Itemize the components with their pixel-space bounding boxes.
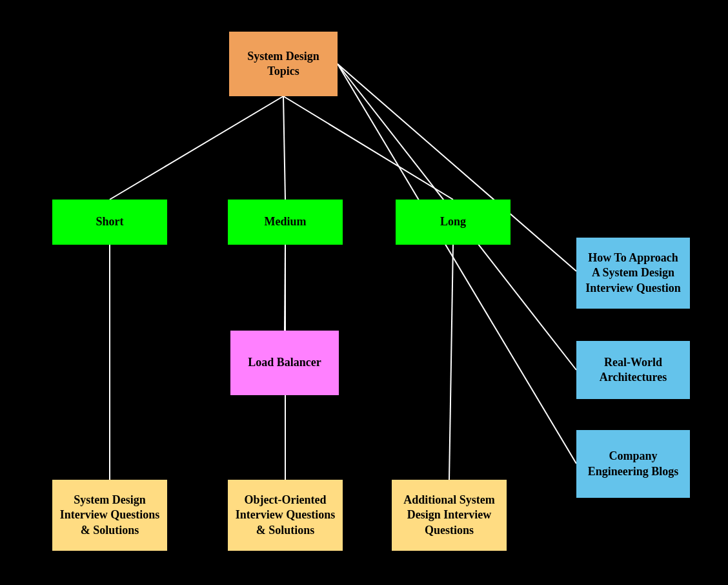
load-balancer-label: Load Balancer — [248, 355, 321, 370]
sd-interview-questions-label: System Design Interview Questions & Solu… — [59, 493, 161, 538]
medium-node[interactable]: Medium — [228, 200, 343, 245]
how-to-approach-label: How To Approach A System Design Intervie… — [583, 251, 683, 296]
svg-line-4 — [285, 245, 285, 331]
company-blogs-label: Company Engineering Blogs — [583, 449, 683, 479]
short-label: Short — [96, 214, 123, 229]
svg-line-2 — [283, 96, 453, 200]
svg-line-6 — [338, 64, 576, 464]
additional-sd-questions-node[interactable]: Additional System Design Interview Quest… — [392, 480, 507, 551]
system-design-topics-node[interactable]: System Design Topics — [229, 32, 338, 96]
oo-interview-questions-label: Object-Oriented Interview Questions & So… — [234, 493, 336, 538]
long-node[interactable]: Long — [396, 200, 511, 245]
long-label: Long — [440, 214, 466, 229]
system-design-topics-label: System Design Topics — [236, 49, 331, 79]
short-node[interactable]: Short — [52, 200, 167, 245]
sd-interview-questions-node[interactable]: System Design Interview Questions & Solu… — [52, 480, 167, 551]
load-balancer-node[interactable]: Load Balancer — [230, 331, 339, 395]
real-world-node[interactable]: Real-World Architectures — [576, 341, 690, 399]
svg-line-1 — [283, 96, 285, 200]
svg-line-0 — [110, 96, 283, 200]
svg-line-9 — [449, 245, 453, 480]
additional-sd-questions-label: Additional System Design Interview Quest… — [398, 493, 500, 538]
medium-label: Medium — [265, 214, 307, 229]
company-blogs-node[interactable]: Company Engineering Blogs — [576, 430, 690, 498]
how-to-approach-node[interactable]: How To Approach A System Design Intervie… — [576, 238, 690, 309]
oo-interview-questions-node[interactable]: Object-Oriented Interview Questions & So… — [228, 480, 343, 551]
real-world-label: Real-World Architectures — [583, 355, 683, 385]
